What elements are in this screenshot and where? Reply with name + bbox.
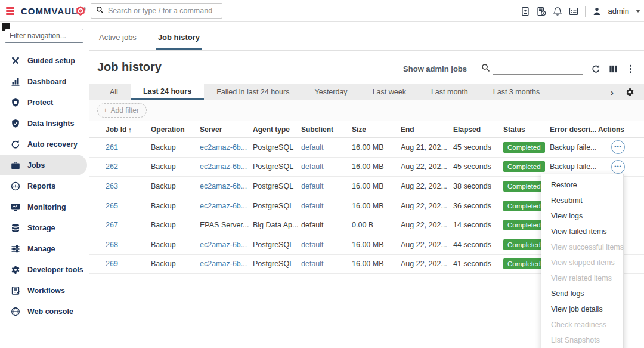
job-id-link[interactable]: 269	[106, 260, 151, 268]
sidebar-item-label: Storage	[27, 224, 55, 232]
tab-label: Job history	[158, 33, 200, 42]
sidebar-item-storage[interactable]: Storage	[0, 217, 89, 238]
menu-item-label: View related items	[551, 274, 612, 282]
sidebar-item-dashboard[interactable]: Dashboard	[0, 71, 89, 92]
column-header-subclient[interactable]: Subclient ↑	[301, 125, 352, 134]
column-header-label: Actions	[598, 125, 624, 134]
menu-item-restore[interactable]: Restore	[541, 177, 623, 193]
page-header: Job history Show admin jobs	[89, 51, 644, 84]
global-search-input[interactable]	[108, 7, 217, 15]
menu-item-view-logs[interactable]: View logs	[541, 208, 623, 224]
subclient-link[interactable]: default	[301, 260, 352, 268]
user-report-icon[interactable]	[521, 7, 530, 16]
caret-down-icon[interactable]	[636, 10, 640, 13]
job-id-link[interactable]: 267	[106, 221, 151, 229]
more-options-kebab-icon[interactable]	[626, 64, 635, 73]
server-link[interactable]: ec2amaz-6b...	[200, 241, 253, 249]
sidebar-item-label: Developer tools	[27, 266, 83, 274]
job-id-link[interactable]: 261	[106, 143, 151, 152]
server-link[interactable]: ec2amaz-6b...	[200, 182, 253, 190]
sidebar-item-protect[interactable]: Protect	[0, 92, 89, 113]
storage-icon	[11, 223, 20, 233]
column-header-operation[interactable]: Operation ↑	[151, 125, 200, 134]
server-link[interactable]: EPAS Server...	[200, 221, 253, 229]
add-filter-button[interactable]: + Add filter	[97, 103, 147, 118]
sidebar-item-workflows[interactable]: Workflows	[0, 280, 89, 301]
server-link[interactable]: ec2amaz-6b...	[200, 260, 253, 268]
subclient-link[interactable]: default	[301, 162, 352, 171]
row-actions-button[interactable]	[611, 140, 625, 154]
column-header-error-descri[interactable]: Error descri... ↑	[550, 125, 598, 134]
menu-item-view-failed-items[interactable]: View failed items	[541, 224, 623, 239]
apps-grid-icon[interactable]	[569, 7, 578, 16]
global-search[interactable]	[91, 3, 222, 19]
sidebar-item-manage[interactable]: Manage	[0, 238, 89, 259]
subclient-link[interactable]: default	[301, 202, 352, 210]
row-actions-button[interactable]	[611, 160, 625, 174]
job-id-link[interactable]: 268	[106, 241, 151, 249]
sidebar-item-jobs[interactable]: Jobs	[0, 155, 87, 175]
status-badge: Completed	[503, 201, 545, 211]
chevron-right-icon[interactable]: ›	[611, 88, 614, 97]
server-link[interactable]: ec2amaz-6b...	[200, 202, 253, 210]
column-header-label: Elapsed	[453, 125, 481, 134]
menu-item-list-snapshots[interactable]: List Snapshots	[541, 332, 623, 348]
menu-item-resubmit[interactable]: Resubmit	[541, 193, 623, 208]
job-id-link[interactable]: 265	[106, 202, 151, 210]
job-id-link[interactable]: 263	[106, 182, 151, 190]
notifications-bell-icon[interactable]	[553, 7, 562, 16]
table-search-icon[interactable]	[481, 63, 490, 75]
user-name[interactable]: admin	[608, 7, 629, 16]
menu-item-check-readiness[interactable]: Check readiness	[541, 317, 623, 332]
time-filter-last-3-months[interactable]: Last 3 months	[481, 84, 553, 100]
subclient-link[interactable]: default	[301, 143, 352, 152]
menu-item-view-job-details[interactable]: View job details	[541, 301, 623, 317]
time-filter-all[interactable]: All	[97, 84, 131, 100]
column-settings-icon[interactable]	[609, 64, 618, 73]
sidebar-item-monitoring[interactable]: Monitoring	[0, 196, 89, 217]
menu-item-send-logs[interactable]: Send logs	[541, 286, 623, 301]
menu-item-view-skipped-items[interactable]: View skipped items	[541, 255, 623, 270]
menu-item-view-related-items[interactable]: View related items	[541, 270, 623, 286]
job-id-link[interactable]: 262	[106, 162, 151, 171]
server-link[interactable]: ec2amaz-6b...	[200, 162, 253, 171]
column-header-job-id[interactable]: Job Id ↑	[106, 125, 151, 134]
column-header-server[interactable]: Server ↑	[200, 125, 253, 134]
sidebar-item-web-console[interactable]: Web console	[0, 301, 89, 322]
time-filter-last-week[interactable]: Last week	[360, 84, 419, 100]
sidebar-item-label: Data Insights	[27, 119, 75, 128]
menu-item-view-successful-items[interactable]: View successful items	[541, 239, 623, 255]
table-search-input[interactable]	[493, 63, 583, 75]
subclient-link[interactable]: default	[301, 221, 352, 229]
sidebar-item-guided-setup[interactable]: Guided setup	[0, 50, 89, 71]
show-admin-jobs-link[interactable]: Show admin jobs	[403, 64, 467, 73]
column-header-end[interactable]: End ↑	[401, 125, 453, 134]
time-filter-yesterday[interactable]: Yesterday	[302, 84, 360, 100]
tab-job-history[interactable]: Job history	[156, 33, 202, 50]
column-header-actions[interactable]: Actions ↑	[598, 125, 644, 134]
sidebar-item-label: Workflows	[27, 287, 65, 295]
time-filter-failed-in-last-24-hours[interactable]: Failed in last 24 hours	[204, 84, 302, 100]
column-header-agent-type[interactable]: Agent type ↑	[253, 125, 301, 134]
sidebar-item-auto-recovery[interactable]: Auto recovery	[0, 134, 89, 155]
time-filter-last-24-hours[interactable]: Last 24 hours	[131, 84, 204, 100]
server-link[interactable]: ec2amaz-6b...	[200, 143, 253, 152]
column-header-status[interactable]: Status ↑	[503, 125, 550, 134]
sidebar-item-data-insights[interactable]: Data Insights	[0, 113, 89, 134]
refresh-icon[interactable]	[592, 64, 600, 73]
protect-icon	[11, 98, 20, 107]
gear-icon[interactable]	[626, 88, 634, 97]
sidebar-item-developer-tools[interactable]: Developer tools	[0, 259, 89, 280]
filter-navigation-input[interactable]	[5, 29, 83, 43]
column-header-size[interactable]: Size ↑	[352, 125, 401, 134]
tab-active-jobs[interactable]: Active jobs	[97, 33, 138, 50]
job-summary-icon[interactable]	[537, 7, 546, 16]
time-filter-last-month[interactable]: Last month	[419, 84, 481, 100]
hamburger-menu-icon[interactable]	[6, 7, 14, 16]
sort-ascending-icon[interactable]: ↑	[128, 126, 132, 133]
subclient-link[interactable]: default	[301, 182, 352, 190]
subclient-link[interactable]: default	[301, 241, 352, 249]
sidebar-item-reports[interactable]: Reports	[0, 175, 89, 196]
column-header-elapsed[interactable]: Elapsed ↑	[453, 125, 503, 134]
elapsed-cell: 14 seconds	[453, 221, 503, 229]
